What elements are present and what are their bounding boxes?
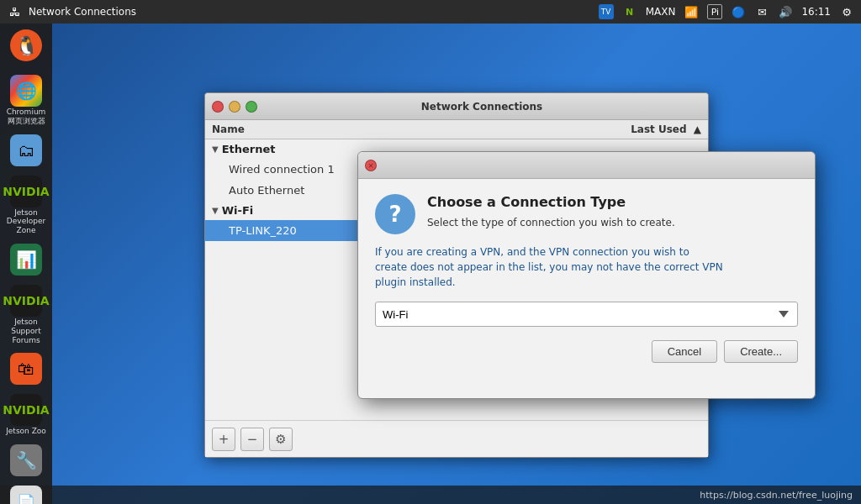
col-last-used-header[interactable]: Last Used ▲ [631, 123, 701, 135]
spreadsheet-icon: 📊 [10, 244, 42, 276]
files-icon: 🗂 [10, 134, 42, 166]
sound-icon[interactable]: 🔊 [778, 4, 793, 19]
dock-item-spreadsheet[interactable]: 📊 [4, 241, 48, 279]
dialog-close-btn[interactable]: × [365, 160, 377, 171]
clock: 16:11 [801, 6, 831, 18]
nc-window-title: Network Connections [262, 101, 701, 113]
ubuntu-logo: 🐧 [10, 29, 42, 61]
settings-icon: ⚙ [275, 432, 286, 447]
teamviewer-icon[interactable]: TV [599, 4, 614, 19]
tp-link-label: TP-LINK_220 [229, 224, 297, 237]
dock-item-ubuntu[interactable]: 🐧 [4, 27, 48, 69]
question-icon: ? [375, 194, 415, 234]
col-name-header[interactable]: Name [212, 123, 631, 135]
taskbar-left: 🖧 Network Connections [7, 4, 136, 19]
desktop: 🖧 Network Connections TV N MAXN 📶 Pi 🔵 ✉… [0, 0, 861, 504]
taskbar-right: TV N MAXN 📶 Pi 🔵 ✉ 🔊 16:11 ⚙ [599, 4, 854, 19]
wired-connection-label: Wired connection 1 [229, 163, 335, 176]
nvidia1-icon: NVIDIA [10, 176, 42, 207]
taskbar: 🖧 Network Connections TV N MAXN 📶 Pi 🔵 ✉… [0, 0, 861, 24]
dialog-top: ? Choose a Connection Type Select the ty… [375, 194, 798, 234]
nc-titlebar: Network Connections [205, 93, 708, 120]
wm-max-btn[interactable] [246, 101, 257, 113]
wifi-section-label: Wi-Fi [222, 204, 254, 217]
dialog-select-row: Wi-Fi Ethernet Bluetooth VPN DSL Bond Br… [375, 302, 798, 327]
chromium-label: Chromium网页浏览器 [7, 108, 46, 126]
add-connection-btn[interactable]: + [212, 428, 235, 451]
dock-item-nvidia3[interactable]: NVIDIA Jetson Zoo [4, 391, 48, 438]
dialog-buttons: Cancel Create... [375, 340, 798, 363]
wifi-icon[interactable]: 📶 [684, 4, 699, 19]
dock: 🐧 🌐 Chromium网页浏览器 🗂 NVIDIA JetsonDevelop… [0, 24, 52, 504]
create-button[interactable]: Create... [724, 340, 798, 363]
dialog-vpn-note: If you are creating a VPN, and the VPN c… [375, 244, 798, 290]
wm-min-btn[interactable] [229, 101, 240, 113]
taskbar-title: Network Connections [29, 6, 136, 18]
settings-connection-btn[interactable]: ⚙ [269, 428, 293, 451]
dock-item-files[interactable]: 🗂 [4, 132, 48, 170]
nvidia1-label: JetsonDeveloperZone [7, 208, 45, 235]
remove-icon: − [247, 432, 258, 447]
nvidia3-label: Jetson Zoo [6, 427, 46, 436]
nc-col-headers: Name Last Used ▲ [205, 120, 708, 139]
wifi-chevron: ▼ [212, 206, 219, 215]
nvidia2-icon: NVIDIA [10, 285, 42, 317]
taskbar-app-icon: 🖧 [7, 4, 22, 19]
nvidia2-label: JetsonSupportForums [11, 318, 41, 344]
dialog-heading: Choose a Connection Type [427, 194, 798, 210]
dialog-body: ? Choose a Connection Type Select the ty… [358, 179, 815, 398]
nvidia3-icon: NVIDIA [10, 394, 42, 426]
dock-item-chromium[interactable]: 🌐 Chromium网页浏览器 [4, 72, 48, 129]
ethernet-section-label: Ethernet [222, 143, 276, 155]
dialog-desc: Select the type of connection you wish t… [427, 215, 798, 230]
dock-item-nvidia2[interactable]: NVIDIA JetsonSupportForums [4, 282, 48, 347]
username-label: MAXN [646, 6, 676, 18]
dock-item-tools[interactable]: 🔧 [4, 442, 48, 480]
pi-icon[interactable]: Pi [707, 4, 722, 19]
bluetooth-icon[interactable]: 🔵 [731, 4, 746, 19]
add-icon: + [219, 432, 230, 447]
cancel-button[interactable]: Cancel [652, 340, 717, 363]
dialog-titlebar: × [358, 152, 815, 179]
nvidia-icon[interactable]: N [622, 4, 637, 19]
nc-footer: + − ⚙ [205, 420, 708, 457]
close-icon: × [367, 161, 374, 170]
appstore-icon: 🛍 [10, 353, 42, 385]
mail-icon[interactable]: ✉ [754, 4, 769, 19]
settings-icon[interactable]: ⚙ [839, 4, 854, 19]
auto-ethernet-label: Auto Ethernet [229, 184, 304, 197]
ethernet-chevron: ▼ [212, 144, 219, 154]
remove-connection-btn[interactable]: − [240, 428, 264, 451]
connection-type-select[interactable]: Wi-Fi Ethernet Bluetooth VPN DSL Bond Br… [375, 302, 798, 327]
dock-item-nvidia1[interactable]: NVIDIA JetsonDeveloperZone [4, 173, 48, 238]
tools-icon: 🔧 [10, 444, 42, 476]
statusbar-url: https://blog.csdn.net/free_luojing [700, 490, 853, 501]
dock-item-appstore[interactable]: 🛍 [4, 350, 48, 388]
chromium-icon: 🌐 [10, 75, 42, 107]
ros-icon: 📄 [10, 486, 42, 504]
choose-connection-dialog: × ? Choose a Connection Type Select the … [357, 151, 816, 399]
dialog-text-block: Choose a Connection Type Select the type… [427, 194, 798, 230]
statusbar: https://blog.csdn.net/free_luojing [0, 486, 861, 504]
dock-item-ros[interactable]: 📄 ROS常用功能命令3.5.txt [4, 483, 48, 504]
wm-close-btn[interactable] [212, 101, 224, 113]
